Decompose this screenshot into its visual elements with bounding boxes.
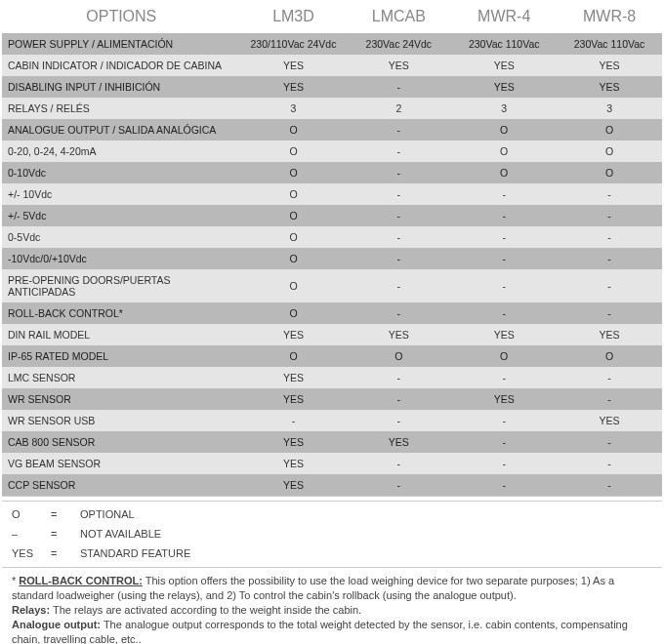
row-value: O [241, 302, 347, 324]
row-value: O [241, 183, 347, 205]
row-value: O [241, 248, 347, 269]
row-value: - [451, 205, 557, 226]
table-row: PRE-OPENING DOORS/PUERTAS ANTICIPADASO--… [2, 269, 662, 302]
row-value: YES [241, 453, 347, 474]
row-value: 3 [451, 98, 557, 119]
row-value: - [557, 431, 662, 453]
table-row: POWER SUPPLY / ALIMENTACIÓN230/110Vac 24… [2, 33, 662, 55]
row-value: 230Vac 110Vac [557, 33, 662, 55]
note-rollback: * ROLL-BACK CONTROL: This option offers … [12, 574, 652, 603]
legend-eq: = [51, 505, 80, 525]
table-row: 0-10VdcO-OO [2, 162, 662, 183]
table-row: 0-5VdcO--- [2, 226, 662, 248]
note-relays: Relays: The relays are activated accordi… [12, 603, 652, 618]
legend-text: STANDARD FEATURE [80, 544, 190, 564]
legend-row: YES=STANDARD FEATURE [12, 544, 652, 564]
row-value: O [346, 345, 451, 367]
table-header-row: OPTIONS LM3D LMCAB MWR-4 MWR-8 [2, 2, 662, 33]
row-value: 230Vac 110Vac [451, 33, 557, 55]
row-value: O [241, 141, 347, 162]
row-label: ANALOGUE OUTPUT / SALIDA ANALÓGICA [2, 119, 241, 141]
row-value: 230/110Vac 24Vdc [241, 33, 347, 55]
row-value: O [557, 162, 662, 183]
legend-row: O=OPTIONAL [12, 505, 652, 525]
row-value: YES [241, 76, 347, 98]
row-value: YES [557, 55, 662, 76]
row-value: O [451, 119, 557, 141]
legend-text: NOT AVAILABLE [80, 525, 161, 544]
table-row: +/- 5VdcO--- [2, 205, 662, 226]
row-value: YES [557, 324, 662, 345]
row-value: - [346, 205, 451, 226]
row-value: - [346, 367, 451, 388]
row-value: O [241, 269, 347, 302]
row-value: O [451, 345, 557, 367]
row-label: PRE-OPENING DOORS/PUERTAS ANTICIPADAS [2, 269, 241, 302]
options-table: OPTIONS LM3D LMCAB MWR-4 MWR-8 POWER SUP… [2, 2, 662, 497]
legend-symbol: YES [12, 544, 51, 564]
row-value: O [241, 226, 347, 248]
row-value: - [557, 474, 662, 497]
row-value: - [451, 410, 557, 431]
note-relays-text: The relays are activated according to th… [50, 604, 361, 616]
row-value: - [346, 453, 451, 474]
table-row: RELAYS / RELÉS3233 [2, 98, 662, 119]
row-value: YES [241, 474, 347, 497]
row-label: 0-10Vdc [2, 162, 241, 183]
row-value: O [557, 345, 662, 367]
header-col-3: MWR-8 [557, 2, 662, 33]
row-value: - [451, 302, 557, 324]
row-value: 3 [241, 98, 347, 119]
row-value: - [346, 119, 451, 141]
row-value: YES [451, 324, 557, 345]
row-label: LMC SENSOR [2, 367, 241, 388]
table-row: IP-65 RATED MODELOOOO [2, 345, 662, 367]
row-value: - [557, 226, 662, 248]
row-value: - [557, 248, 662, 269]
row-value: YES [346, 55, 451, 76]
row-value: - [451, 269, 557, 302]
row-value: - [557, 183, 662, 205]
row-value: YES [451, 76, 557, 98]
row-value: YES [557, 76, 662, 98]
row-value: O [451, 162, 557, 183]
table-row: DISABLING INPUT / INHIBICIÓNYES-YESYES [2, 76, 662, 98]
row-value: O [241, 345, 347, 367]
row-value: - [557, 367, 662, 388]
row-value: YES [346, 324, 451, 345]
row-value: - [451, 453, 557, 474]
table-row: WR SENSOR USB---YES [2, 410, 662, 431]
row-value: - [346, 269, 451, 302]
table-row: CABIN INDICATOR / INDICADOR DE CABINAYES… [2, 55, 662, 76]
row-value: - [451, 248, 557, 269]
row-label: DISABLING INPUT / INHIBICIÓN [2, 76, 241, 98]
note-analogue: Analogue output: The analogue output cor… [12, 618, 652, 644]
row-value: O [241, 205, 347, 226]
row-label: VG BEAM SENSOR [2, 453, 241, 474]
row-label: CABIN INDICATOR / INDICADOR DE CABINA [2, 55, 241, 76]
table-row: DIN RAIL MODELYESYESYESYES [2, 324, 662, 345]
note-relays-title: Relays: [12, 604, 50, 616]
note-rollback-title: ROLL-BACK CONTROL: [19, 575, 142, 586]
table-row: 0-20, 0-24, 4-20mAO-OO [2, 141, 662, 162]
row-label: DIN RAIL MODEL [2, 324, 241, 345]
table-row: WR SENSORYES-YES- [2, 388, 662, 410]
row-value: O [557, 119, 662, 141]
row-value: - [241, 410, 347, 431]
row-value: - [346, 474, 451, 497]
row-label: 0-5Vdc [2, 226, 241, 248]
row-value: O [241, 162, 347, 183]
row-value: - [346, 388, 451, 410]
row-label: RELAYS / RELÉS [2, 98, 241, 119]
legend: O=OPTIONAL–=NOT AVAILABLEYES=STANDARD FE… [2, 501, 662, 568]
header-options: OPTIONS [2, 2, 241, 33]
row-value: YES [241, 367, 347, 388]
row-value: O [557, 141, 662, 162]
header-col-1: LMCAB [346, 2, 451, 33]
row-value: YES [557, 410, 662, 431]
table-row: +/- 10VdcO--- [2, 183, 662, 205]
legend-symbol: – [12, 525, 51, 544]
legend-eq: = [51, 525, 80, 544]
row-label: POWER SUPPLY / ALIMENTACIÓN [2, 33, 241, 55]
row-value: - [346, 410, 451, 431]
